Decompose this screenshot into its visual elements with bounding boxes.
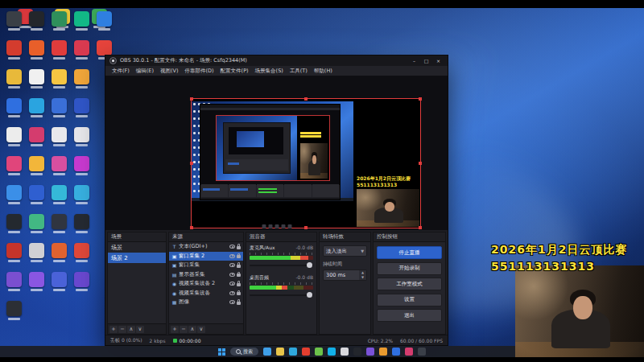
taskbar-app-icon[interactable]: [315, 348, 323, 356]
menu-item[interactable]: 帮助(H): [311, 68, 336, 75]
source-item[interactable]: ▤ 显示器采集: [169, 270, 243, 280]
taskbar-search[interactable]: 搜索: [230, 348, 258, 356]
taskbar-app-icon[interactable]: [353, 348, 361, 356]
menu-item[interactable]: 场景集合(S): [252, 68, 287, 75]
resize-handle[interactable]: [304, 97, 308, 101]
source-item[interactable]: ▣ 窗口采集 2: [169, 252, 243, 261]
desktop-icon[interactable]: [72, 98, 90, 117]
desktop-icon[interactable]: [50, 243, 68, 262]
resize-handle[interactable]: [419, 97, 422, 101]
volume-slider[interactable]: [250, 261, 313, 269]
desktop-icon[interactable]: [5, 98, 23, 117]
taskbar-app-icon[interactable]: [405, 348, 413, 356]
slider-knob[interactable]: [307, 292, 312, 298]
source-item[interactable]: ▦ 图像: [169, 298, 243, 307]
menu-item[interactable]: 配置文件(P): [217, 68, 252, 75]
lock-icon[interactable]: [237, 283, 241, 286]
resize-handle[interactable]: [190, 226, 193, 229]
desktop-icon[interactable]: [27, 185, 45, 204]
preview-toolbar[interactable]: [262, 224, 291, 228]
desktop-icon[interactable]: [72, 40, 90, 60]
desktop-icon[interactable]: [72, 243, 90, 262]
desktop-icon[interactable]: [50, 272, 68, 291]
visibility-eye-icon[interactable]: [229, 282, 235, 286]
control-button[interactable]: 工作室模式: [377, 278, 442, 290]
desktop-icon[interactable]: [27, 98, 45, 117]
desktop-icon[interactable]: [27, 69, 45, 88]
taskbar-app-icon[interactable]: [276, 348, 284, 356]
desktop-icon[interactable]: [27, 243, 45, 262]
start-button[interactable]: [218, 348, 225, 356]
desktop-icon[interactable]: [50, 127, 68, 146]
desktop-icon[interactable]: [27, 214, 45, 233]
visibility-eye-icon[interactable]: [229, 263, 235, 267]
dock-toolbar-button[interactable]: −: [118, 326, 126, 333]
desktop-icon[interactable]: [95, 11, 113, 31]
desktop-icon[interactable]: [5, 272, 23, 291]
desktop-icon[interactable]: [5, 40, 23, 60]
desktop-icon[interactable]: [27, 127, 45, 146]
taskbar-app-icon[interactable]: [418, 348, 426, 356]
dock-toolbar-button[interactable]: +: [109, 326, 118, 333]
menu-item[interactable]: 停靠部件(D): [182, 68, 217, 75]
dock-toolbar-button[interactable]: −: [180, 326, 188, 333]
taskbar-app-icon[interactable]: [366, 348, 374, 356]
window-button[interactable]: ×: [433, 57, 444, 65]
control-button[interactable]: 停止直播: [377, 246, 442, 259]
menu-item[interactable]: 文件(F): [109, 68, 133, 75]
dock-toolbar-button[interactable]: ∧: [188, 326, 196, 333]
desktop-icon[interactable]: [27, 11, 45, 31]
desktop-icon[interactable]: [72, 185, 90, 204]
desktop-icon[interactable]: [5, 11, 23, 31]
visibility-eye-icon[interactable]: [229, 254, 235, 258]
desktop-icon[interactable]: [5, 185, 23, 204]
visibility-eye-icon[interactable]: [229, 273, 235, 277]
desktop-icon[interactable]: [50, 214, 68, 233]
desktop-icon[interactable]: [50, 156, 68, 175]
lock-icon[interactable]: [237, 265, 241, 268]
scene-item[interactable]: 场景 2: [108, 253, 166, 263]
resize-handle[interactable]: [419, 162, 422, 165]
desktop-icon[interactable]: [50, 185, 68, 204]
taskbar-app-icon[interactable]: [341, 348, 349, 356]
dock-toolbar-button[interactable]: ∨: [197, 326, 205, 333]
lock-icon[interactable]: [237, 302, 241, 305]
volume-slider[interactable]: [250, 291, 313, 298]
canvas-webcam-source[interactable]: [357, 189, 419, 227]
desktop-icon[interactable]: [72, 272, 90, 291]
source-item[interactable]: T 文本(GDI+): [169, 242, 243, 252]
desktop-icon[interactable]: [27, 40, 45, 60]
desktop-icon[interactable]: [72, 11, 90, 31]
desktop-icon[interactable]: [5, 301, 23, 320]
desktop-icon[interactable]: [50, 11, 68, 31]
taskbar-app-icon[interactable]: [289, 348, 297, 356]
taskbar-app-icon[interactable]: [392, 348, 400, 356]
visibility-eye-icon[interactable]: [229, 245, 235, 249]
window-button[interactable]: □: [421, 57, 431, 65]
source-item[interactable]: ◉ 视频采集设备 2: [169, 279, 243, 289]
transition-select[interactable]: 淡入淡出 ▼: [323, 245, 367, 257]
menu-item[interactable]: 视图(V): [157, 68, 182, 75]
desktop-icon[interactable]: [5, 243, 23, 262]
obs-titlebar[interactable]: OBS 30.0.1 - 配置文件: 未命名 - 场景: Csfq2344(M)…: [105, 56, 448, 66]
spin-down-icon[interactable]: ▼: [359, 275, 366, 280]
taskbar-app-icon[interactable]: [379, 348, 387, 356]
lock-icon[interactable]: [237, 292, 241, 295]
visibility-eye-icon[interactable]: [229, 300, 235, 304]
desktop-icon[interactable]: [50, 69, 68, 88]
taskbar-app-icon[interactable]: [328, 348, 336, 356]
taskbar-app-icon[interactable]: [302, 348, 310, 356]
control-button[interactable]: 设置: [377, 294, 442, 306]
lock-icon[interactable]: [237, 255, 241, 258]
slider-knob[interactable]: [307, 262, 312, 268]
desktop-icon[interactable]: [72, 156, 90, 175]
window-button[interactable]: –: [409, 57, 419, 65]
canvas-overlay-text-2[interactable]: 551113131313: [357, 182, 397, 187]
lock-icon[interactable]: [237, 246, 241, 249]
desktop-icon[interactable]: [27, 156, 45, 175]
menu-item[interactable]: 编辑(E): [133, 68, 157, 75]
preview-canvas[interactable]: 2026年1月2日云顶比赛 551113131313: [192, 99, 420, 228]
resize-handle[interactable]: [190, 162, 193, 165]
dock-toolbar-button[interactable]: ∨: [136, 326, 144, 333]
resize-handle[interactable]: [419, 226, 422, 229]
